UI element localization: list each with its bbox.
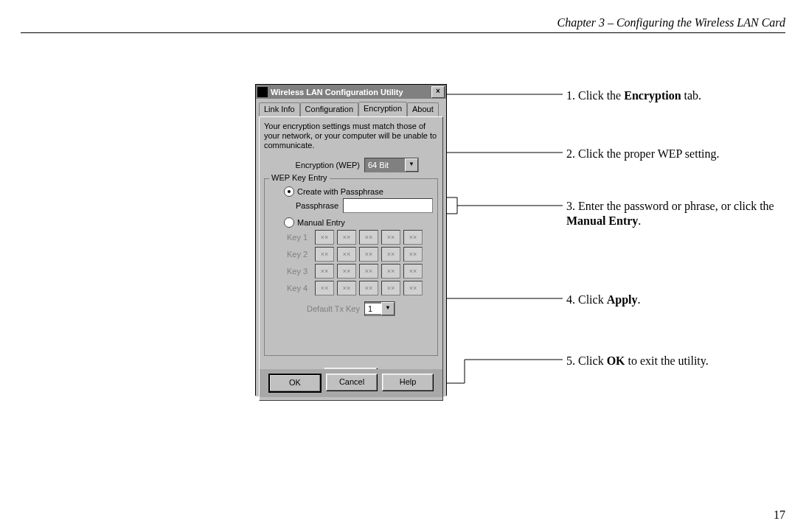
tab-configuration[interactable]: Configuration bbox=[300, 102, 358, 117]
chevron-down-icon[interactable]: ▼ bbox=[405, 158, 418, 172]
tab-link-info[interactable]: Link Info bbox=[259, 102, 300, 117]
wep-key-entry-group: WEP Key Entry Create with Passphrase Pas… bbox=[264, 178, 438, 356]
key4-cell[interactable]: ×× bbox=[403, 281, 423, 295]
radio-passphrase[interactable] bbox=[284, 186, 294, 197]
key3-cell[interactable]: ×× bbox=[337, 264, 356, 279]
passphrase-input[interactable] bbox=[343, 198, 433, 213]
window-title: Wireless LAN Configuration Utility bbox=[271, 88, 431, 97]
key-row-3: Key 3 ×× ×× ×× ×× ×× bbox=[287, 264, 433, 279]
key4-label: Key 4 bbox=[287, 284, 315, 293]
tab-strip: Link Info Configuration Encryption About bbox=[259, 102, 443, 116]
key3-cell[interactable]: ×× bbox=[403, 264, 423, 279]
key2-label: Key 2 bbox=[287, 250, 315, 259]
titlebar[interactable]: Wireless LAN Configuration Utility × bbox=[256, 85, 446, 99]
page-header-chapter: Chapter 3 – Configuring the Wireless LAN… bbox=[557, 16, 786, 29]
default-tx-value: 1 bbox=[365, 304, 381, 314]
intro-text: Your encryption settings must match thos… bbox=[264, 122, 438, 150]
tab-encryption[interactable]: Encryption bbox=[358, 102, 407, 116]
wep-select-value: 64 Bit bbox=[365, 160, 405, 170]
key4-cell[interactable]: ×× bbox=[381, 281, 400, 295]
callout-3: 3. Enter the password or phrase, or clic… bbox=[566, 199, 780, 228]
tab-about[interactable]: About bbox=[407, 102, 439, 117]
system-icon bbox=[257, 87, 268, 97]
group-legend: WEP Key Entry bbox=[269, 173, 330, 182]
page-number: 17 bbox=[774, 508, 785, 522]
key1-cell[interactable]: ×× bbox=[381, 230, 400, 245]
key1-cell[interactable]: ×× bbox=[403, 230, 423, 245]
key4-cell[interactable]: ×× bbox=[315, 281, 334, 295]
passphrase-label: Passphrase bbox=[296, 201, 343, 210]
key3-label: Key 3 bbox=[287, 267, 315, 276]
wep-label: Encryption (WEP) bbox=[283, 161, 364, 169]
close-icon[interactable]: × bbox=[431, 86, 445, 98]
key2-cell[interactable]: ×× bbox=[337, 247, 356, 262]
default-tx-select[interactable]: 1 ▼ bbox=[364, 301, 395, 316]
key2-cell[interactable]: ×× bbox=[403, 247, 423, 262]
key2-cell[interactable]: ×× bbox=[315, 247, 334, 262]
key-row-2: Key 2 ×× ×× ×× ×× ×× bbox=[287, 247, 433, 262]
key1-cell[interactable]: ×× bbox=[315, 230, 334, 245]
key3-cell[interactable]: ×× bbox=[359, 264, 378, 279]
key2-cell[interactable]: ×× bbox=[359, 247, 378, 262]
radio-manual-label: Manual Entry bbox=[297, 218, 345, 227]
key4-cell[interactable]: ×× bbox=[359, 281, 378, 295]
help-button[interactable]: Help bbox=[382, 374, 434, 391]
key3-cell[interactable]: ×× bbox=[381, 264, 400, 279]
dialog-button-row: OK Cancel Help bbox=[260, 369, 442, 397]
wep-select[interactable]: 64 Bit ▼ bbox=[364, 158, 419, 172]
tab-page-encryption: Your encryption settings must match thos… bbox=[259, 116, 443, 401]
callout-1: 1. Click the Encryption tab. bbox=[566, 88, 773, 103]
callout-5: 5. Click OK to exit the utility. bbox=[566, 354, 773, 368]
key2-cell[interactable]: ×× bbox=[381, 247, 400, 262]
key3-cell[interactable]: ×× bbox=[315, 264, 334, 279]
callout-2: 2. Click the proper WEP setting. bbox=[566, 147, 773, 161]
key1-cell[interactable]: ×× bbox=[337, 230, 356, 245]
key-row-1: Key 1 ×× ×× ×× ×× ×× bbox=[287, 230, 433, 245]
dialog-window: Wireless LAN Configuration Utility × Lin… bbox=[255, 84, 447, 396]
default-tx-label: Default Tx Key bbox=[307, 304, 364, 313]
cancel-button[interactable]: Cancel bbox=[326, 374, 378, 391]
key-row-4: Key 4 ×× ×× ×× ×× ×× bbox=[287, 281, 433, 295]
callout-4: 4. Click Apply. bbox=[566, 293, 773, 307]
radio-passphrase-label: Create with Passphrase bbox=[297, 187, 383, 196]
header-rule bbox=[21, 32, 785, 33]
key1-cell[interactable]: ×× bbox=[359, 230, 378, 245]
chevron-down-icon[interactable]: ▼ bbox=[381, 302, 395, 315]
key4-cell[interactable]: ×× bbox=[337, 281, 356, 295]
radio-manual[interactable] bbox=[284, 217, 294, 228]
key1-label: Key 1 bbox=[287, 233, 315, 242]
ok-button[interactable]: OK bbox=[268, 374, 322, 393]
